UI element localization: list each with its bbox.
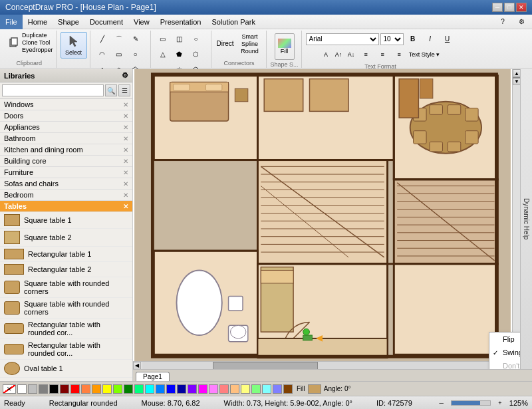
font-size-select[interactable]: 10 (380, 33, 404, 45)
shape-square-table-2[interactable]: Square table 2 (0, 229, 132, 247)
no-fill-swatch[interactable]: ✕ (3, 384, 16, 394)
scroll-left-btn[interactable]: ◀ (133, 362, 141, 370)
close-bedroom[interactable]: ✕ (123, 192, 128, 199)
text-size-up[interactable]: A↑ (332, 47, 344, 62)
menu-file[interactable]: File (0, 15, 23, 29)
duplicate-btn[interactable] (5, 35, 21, 50)
color-swatch-21[interactable] (241, 384, 250, 394)
menu-shape[interactable]: Shape (53, 15, 84, 29)
shape-sq-round-2[interactable]: Square table with rounded corners (0, 298, 132, 319)
direct-connector[interactable]: Direct (215, 37, 235, 51)
color-swatch-2[interactable] (39, 384, 48, 394)
align-center[interactable]: ≡ (374, 47, 390, 62)
color-swatch-15[interactable] (177, 384, 186, 394)
close-doors[interactable]: ✕ (123, 112, 128, 120)
shape3[interactable]: ○ (188, 32, 204, 47)
close-appliances[interactable]: ✕ (123, 124, 128, 131)
lib-bedroom[interactable]: Bedroom✕ (0, 190, 132, 201)
close-windows[interactable]: ✕ (123, 101, 128, 108)
color-swatch-16[interactable] (188, 384, 197, 394)
ctx-dont-show[interactable]: Don't show units (489, 359, 520, 369)
color-swatch-12[interactable] (145, 384, 154, 394)
text-size-down[interactable]: A↓ (345, 47, 357, 62)
select-btn[interactable]: Select (61, 32, 87, 59)
color-swatch-5[interactable] (70, 384, 80, 394)
close-tables[interactable]: ✕ (123, 203, 128, 210)
circle-tool[interactable]: ○ (128, 47, 144, 62)
menu-presentation[interactable]: Presentation (155, 15, 207, 29)
text-style-btn[interactable]: Text Style ▾ (408, 47, 441, 62)
shape4[interactable]: △ (155, 47, 171, 62)
sidebar-options-icon[interactable]: ⚙ (122, 71, 128, 80)
color-swatch-4[interactable] (60, 384, 69, 394)
underline-btn[interactable]: U (440, 32, 456, 47)
dynamic-help-panel[interactable]: Dynamic Help (520, 69, 532, 369)
color-swatch-24[interactable] (273, 384, 282, 394)
menu-solution-park[interactable]: Solution Park (206, 15, 260, 29)
italic-btn[interactable]: I (422, 32, 438, 47)
h-scroll-track[interactable] (142, 362, 493, 370)
lib-furniture[interactable]: Furniture✕ (0, 167, 132, 178)
close-kitchen[interactable]: ✕ (123, 146, 128, 154)
canvas-area[interactable]: up (133, 69, 520, 369)
shape-square-table-1[interactable]: Square table 1 (0, 212, 132, 229)
close-bathroom[interactable]: ✕ (123, 135, 128, 142)
lib-doors[interactable]: Doors✕ (0, 110, 132, 122)
zoom-out-btn[interactable]: ─ (436, 398, 447, 408)
freehand-tool[interactable]: ✎ (128, 32, 144, 47)
zoom-in-btn[interactable]: + (495, 398, 505, 408)
round-connector[interactable]: Round (237, 48, 263, 55)
shape5[interactable]: ⬟ (172, 47, 188, 62)
lib-windows[interactable]: Windows✕ (0, 99, 132, 110)
arc-tool[interactable]: ◠ (94, 47, 110, 62)
color-swatch-19[interactable] (219, 384, 229, 394)
color-swatch-14[interactable] (166, 384, 176, 394)
color-swatch-20[interactable] (230, 384, 239, 394)
menu-document[interactable]: Document (84, 15, 128, 29)
lib-sofas[interactable]: Sofas and chairs✕ (0, 178, 132, 190)
close-building[interactable]: ✕ (123, 158, 128, 165)
fill-color[interactable] (308, 384, 321, 394)
color-swatch-25[interactable] (283, 384, 293, 394)
color-swatch-0[interactable] (17, 384, 27, 394)
color-swatch-1[interactable] (28, 384, 37, 394)
color-swatch-9[interactable] (113, 384, 122, 394)
shape2[interactable]: ◫ (172, 32, 188, 47)
text-color-btn[interactable]: A (320, 47, 332, 62)
shape-rect-round-1[interactable]: Rectangular table with rounded cor... (0, 319, 132, 339)
align-left[interactable]: ≡ (358, 47, 374, 62)
bold-btn[interactable]: B (405, 32, 421, 47)
shape-rect-round-2[interactable]: Rectangular table with rounded cor... (0, 339, 132, 360)
color-swatch-13[interactable] (156, 384, 165, 394)
color-swatch-7[interactable] (92, 384, 101, 394)
menu-home[interactable]: Home (23, 15, 53, 29)
lib-appliances[interactable]: Appliances✕ (0, 122, 132, 133)
ctx-flip[interactable]: Flip (489, 333, 520, 346)
font-select[interactable]: Arial (306, 33, 379, 45)
color-swatch-11[interactable] (134, 384, 144, 394)
view-toggle-btn[interactable]: ☰ (118, 84, 130, 96)
curve-tool[interactable]: ⌒ (111, 32, 127, 47)
shape-rect-table-2[interactable]: Rectangular table 2 (0, 262, 132, 277)
h-scrollbar-thumb[interactable] (213, 362, 318, 370)
scroll-up-btn[interactable]: ▲ (513, 69, 520, 77)
align-right[interactable]: ≡ (391, 47, 407, 62)
rect-tool[interactable]: ▭ (111, 47, 127, 62)
color-swatch-18[interactable] (209, 384, 218, 394)
lib-kitchen[interactable]: Kitchen and dining room✕ (0, 144, 132, 156)
smart-connector[interactable]: Smart (237, 33, 263, 40)
lib-bathroom[interactable]: Bathroom✕ (0, 133, 132, 144)
color-swatch-6[interactable] (81, 384, 90, 394)
close-sofas[interactable]: ✕ (123, 180, 128, 188)
shape-sq-round-1[interactable]: Square table with rounded corners (0, 277, 132, 298)
spline-connector[interactable]: Spline (237, 41, 263, 47)
close-btn[interactable]: ✕ (516, 3, 527, 12)
fill-btn[interactable]: Fill (275, 33, 295, 60)
lib-tables[interactable]: Tables✕ (0, 201, 132, 212)
color-swatch-22[interactable] (251, 384, 261, 394)
tab-page1[interactable]: Page1 (136, 372, 170, 381)
ctx-swing[interactable]: ✓ Swing (489, 346, 520, 359)
color-swatch-23[interactable] (262, 384, 271, 394)
line-tool[interactable]: ╱ (94, 32, 110, 47)
color-swatch-8[interactable] (102, 384, 112, 394)
